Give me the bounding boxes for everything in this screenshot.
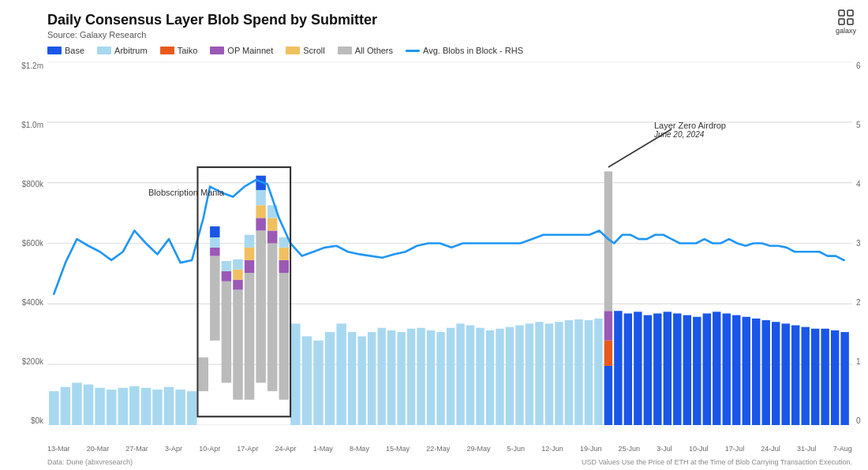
- svg-rect-27: [210, 248, 219, 256]
- svg-rect-87: [604, 311, 612, 341]
- chart-container: galaxy Daily Consensus Layer Blob Spend …: [0, 0, 868, 470]
- svg-rect-68: [436, 332, 444, 425]
- svg-rect-17: [118, 388, 128, 425]
- svg-rect-18: [129, 386, 139, 425]
- svg-rect-74: [496, 329, 503, 425]
- svg-rect-14: [84, 385, 93, 425]
- svg-rect-20: [152, 390, 162, 425]
- svg-rect-35: [233, 270, 242, 280]
- svg-rect-72: [476, 328, 484, 425]
- chart-svg: [47, 62, 852, 425]
- svg-rect-50: [279, 273, 289, 400]
- svg-rect-70: [456, 323, 464, 425]
- svg-rect-103: [752, 319, 760, 425]
- svg-rect-99: [713, 311, 720, 425]
- legend-taiko: Taiko: [160, 46, 198, 55]
- svg-rect-23: [187, 391, 196, 425]
- svg-rect-21: [164, 387, 174, 425]
- svg-rect-33: [233, 289, 242, 399]
- svg-rect-51: [279, 260, 289, 273]
- svg-rect-93: [653, 313, 661, 425]
- svg-rect-2: [839, 19, 844, 24]
- svg-rect-65: [407, 329, 415, 425]
- svg-rect-24: [199, 366, 208, 391]
- svg-rect-95: [673, 313, 681, 425]
- y-axis-right: 6 5 4 3 2 1 0: [856, 62, 868, 425]
- svg-rect-63: [387, 330, 395, 425]
- svg-rect-15: [95, 388, 104, 425]
- svg-rect-0: [839, 10, 844, 16]
- svg-rect-64: [397, 332, 405, 425]
- svg-rect-57: [325, 332, 335, 425]
- svg-rect-41: [256, 230, 265, 382]
- svg-rect-76: [515, 325, 523, 425]
- svg-rect-12: [61, 387, 70, 425]
- svg-rect-19: [141, 388, 151, 425]
- svg-rect-107: [791, 325, 799, 425]
- svg-rect-54: [290, 323, 300, 425]
- svg-rect-26: [210, 256, 219, 341]
- svg-rect-69: [447, 328, 455, 425]
- svg-rect-102: [743, 317, 750, 425]
- svg-rect-59: [348, 332, 356, 425]
- svg-rect-78: [535, 322, 543, 425]
- svg-rect-13: [72, 382, 81, 425]
- svg-rect-108: [801, 327, 809, 425]
- chart-area: $1.2m $1.0m $800k $600k $400k $200k $0k …: [47, 62, 852, 425]
- layerzero-annotation: Layer Zero Airdrop June 20, 2024: [654, 121, 726, 139]
- svg-rect-11: [49, 391, 58, 425]
- svg-rect-39: [245, 248, 254, 260]
- svg-rect-97: [693, 317, 701, 425]
- svg-rect-110: [821, 329, 829, 425]
- svg-rect-105: [772, 322, 780, 425]
- svg-rect-75: [506, 327, 514, 425]
- svg-rect-43: [256, 205, 265, 218]
- svg-rect-90: [624, 313, 632, 425]
- svg-rect-98: [703, 313, 711, 425]
- svg-rect-46: [268, 244, 277, 392]
- x-axis: 13-Mar 20-Mar 27-Mar 3-Apr 10-Apr 17-Apr…: [47, 445, 852, 453]
- svg-rect-81: [565, 320, 573, 425]
- data-source: Data: Dune (abxvresearch): [47, 458, 133, 466]
- svg-rect-104: [762, 320, 770, 425]
- svg-rect-31: [222, 271, 231, 282]
- logo-text: galaxy: [836, 27, 856, 35]
- svg-rect-112: [840, 332, 848, 425]
- svg-rect-36: [233, 259, 242, 270]
- svg-rect-85: [604, 366, 612, 425]
- svg-rect-106: [781, 323, 789, 425]
- svg-rect-77: [526, 323, 533, 425]
- legend-avg-blobs: Avg. Blobs in Block - RHS: [406, 46, 523, 55]
- svg-rect-91: [634, 311, 642, 425]
- svg-rect-80: [555, 322, 563, 425]
- svg-rect-111: [831, 330, 839, 425]
- svg-rect-89: [614, 311, 622, 425]
- svg-rect-84: [594, 319, 602, 425]
- svg-rect-60: [357, 336, 365, 425]
- legend-base: Base: [47, 46, 84, 55]
- svg-rect-3: [847, 19, 853, 24]
- svg-rect-29: [210, 226, 219, 237]
- svg-rect-92: [644, 315, 652, 425]
- legend-op-mainnet: OP Mainnet: [210, 46, 273, 55]
- svg-rect-56: [313, 341, 323, 425]
- svg-rect-30: [222, 282, 231, 383]
- svg-rect-61: [368, 332, 376, 425]
- svg-rect-37: [245, 273, 254, 400]
- svg-rect-38: [245, 260, 254, 273]
- svg-rect-66: [417, 328, 425, 425]
- svg-rect-47: [268, 230, 277, 243]
- chart-source: Source: Galaxy Research: [47, 30, 852, 39]
- svg-rect-55: [302, 336, 312, 425]
- svg-rect-34: [233, 280, 242, 290]
- blobscription-annotation: Blobscription Mania: [148, 188, 224, 197]
- legend-all-others: All Others: [338, 46, 393, 55]
- svg-rect-94: [664, 311, 672, 425]
- svg-rect-96: [683, 315, 691, 425]
- svg-rect-100: [723, 313, 731, 425]
- svg-rect-82: [574, 319, 582, 425]
- svg-rect-86: [604, 341, 612, 366]
- svg-rect-48: [268, 218, 277, 230]
- svg-rect-28: [210, 237, 219, 248]
- svg-rect-83: [585, 320, 593, 425]
